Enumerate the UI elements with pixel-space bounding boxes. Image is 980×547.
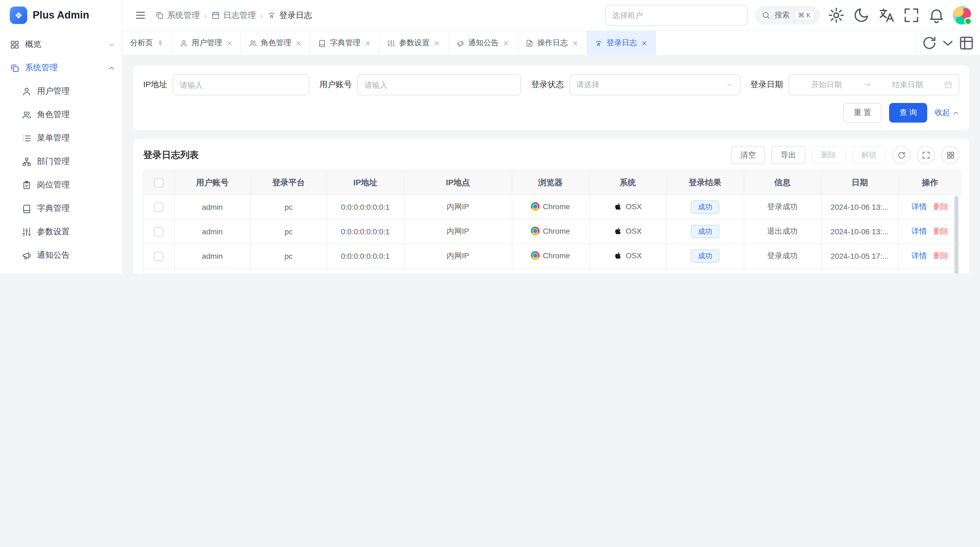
- cell-platform: pc: [250, 195, 327, 219]
- tab-user[interactable]: 用户管理: [172, 31, 241, 55]
- sidebar-item-post[interactable]: 岗位管理: [0, 173, 122, 197]
- refresh-table-button[interactable]: [892, 146, 910, 164]
- tab-analysis[interactable]: 分析页: [123, 31, 172, 55]
- row-detail-link[interactable]: 详情: [912, 202, 927, 211]
- unlock-button[interactable]: 解锁: [852, 146, 886, 164]
- tab-label: 登录日志: [606, 38, 637, 48]
- cell-browser: Chrome: [512, 268, 589, 273]
- table-fullscreen-button[interactable]: [917, 146, 935, 164]
- breadcrumb-item[interactable]: 登录日志: [267, 10, 312, 21]
- dark-mode-button[interactable]: [853, 6, 870, 24]
- table-header-row: 用户账号登录平台IP地址IP地点浏览器系统登录结果信息日期操作: [144, 171, 961, 195]
- close-tab-icon[interactable]: [433, 40, 441, 46]
- status-filter-select[interactable]: 请选择: [569, 74, 740, 95]
- system-icon: [10, 63, 20, 73]
- row-delete-link[interactable]: 删除: [934, 226, 949, 235]
- tab-menu-button[interactable]: [940, 35, 956, 51]
- loginlog-icon: [595, 39, 603, 47]
- row-detail-link[interactable]: 详情: [912, 226, 927, 235]
- tab-oplog[interactable]: 操作日志: [518, 31, 587, 55]
- row-delete-link[interactable]: 删除: [934, 202, 949, 211]
- notifications-button[interactable]: [928, 6, 945, 24]
- sidebar-item-param[interactable]: 参数设置: [0, 220, 122, 244]
- cell-select: [144, 268, 174, 273]
- sidebar-item-notice[interactable]: 通知公告: [0, 244, 122, 267]
- close-tab-icon[interactable]: [364, 40, 371, 46]
- breadcrumb-separator: ›: [260, 11, 263, 20]
- refresh-tab-button[interactable]: [921, 35, 937, 51]
- hamburger-menu-button[interactable]: [131, 6, 150, 24]
- tab-dict[interactable]: 字典管理: [310, 31, 379, 55]
- layout-toggle-button[interactable]: [958, 35, 975, 51]
- close-tab-icon[interactable]: [641, 40, 648, 46]
- tab-notice[interactable]: 通知公告: [449, 31, 518, 55]
- row-detail-link[interactable]: 详情: [912, 251, 927, 260]
- cell-message: 登录成功: [744, 195, 821, 219]
- ip-filter-label: IP地址: [143, 80, 167, 90]
- close-tab-icon[interactable]: [572, 40, 579, 46]
- sidebar-item-user[interactable]: 用户管理: [0, 80, 122, 103]
- fullscreen-button[interactable]: [903, 6, 920, 24]
- row-delete-link[interactable]: 删除: [934, 251, 949, 260]
- collapse-label: 收起: [935, 108, 950, 118]
- close-tab-icon[interactable]: [226, 40, 233, 46]
- breadcrumb-label: 系统管理: [167, 10, 200, 21]
- sidebar-item-label: 参数设置: [37, 226, 115, 237]
- column-settings-button[interactable]: [941, 146, 959, 164]
- row-checkbox[interactable]: [154, 227, 164, 236]
- cell-result: 成功: [667, 195, 744, 219]
- breadcrumb-item[interactable]: 系统管理: [155, 10, 200, 21]
- ip-filter-input[interactable]: [173, 74, 309, 95]
- account-filter-input[interactable]: [358, 74, 521, 95]
- app-logo[interactable]: ❖ Plus Admin: [0, 0, 122, 30]
- query-button[interactable]: 查 询: [889, 103, 927, 123]
- settings-button[interactable]: [827, 6, 845, 24]
- tab-role[interactable]: 角色管理: [241, 31, 310, 55]
- column-header: 登录平台: [250, 171, 327, 195]
- search-icon: [761, 11, 770, 20]
- close-tab-icon[interactable]: [503, 40, 510, 46]
- dict-icon: [22, 204, 32, 213]
- sidebar-item-menus[interactable]: 菜单管理: [0, 126, 122, 150]
- sidebar-item-dict[interactable]: 字典管理: [0, 197, 122, 220]
- breadcrumb-item[interactable]: 日志管理: [211, 10, 256, 21]
- browser-name: Chrome: [543, 226, 570, 235]
- tenant-select-input[interactable]: [605, 5, 747, 26]
- close-tab-icon[interactable]: [295, 40, 302, 46]
- chevron-down-icon: [725, 81, 733, 89]
- os-name: OSX: [625, 226, 642, 235]
- translate-icon: [878, 18, 895, 26]
- sidebar-item-system[interactable]: 系统管理: [0, 56, 122, 80]
- param-icon: [22, 227, 32, 237]
- tab-tools: [915, 31, 980, 55]
- tab-param[interactable]: 参数设置: [379, 31, 449, 55]
- select-all-checkbox[interactable]: [154, 179, 164, 188]
- sidebar-item-dept[interactable]: 部门管理: [0, 150, 122, 173]
- tab-loginlog[interactable]: 登录日志: [587, 31, 656, 55]
- tab-label: 角色管理: [261, 38, 291, 48]
- global-search-button[interactable]: 搜索 ⌘ K: [755, 6, 820, 24]
- sidebar-item-logmgr[interactable]: 日志管理: [0, 267, 122, 273]
- cell-platform: pc: [250, 268, 327, 273]
- cell-date: 2024-10-06 13:...: [821, 195, 898, 219]
- export-button[interactable]: 导出: [772, 146, 805, 164]
- collapse-filters-link[interactable]: 收起: [935, 108, 959, 118]
- sidebar-item-role[interactable]: 角色管理: [0, 103, 122, 126]
- column-header: 登录结果: [667, 171, 744, 195]
- language-button[interactable]: [878, 6, 895, 24]
- cell-account: admin: [174, 244, 250, 268]
- sidebar-item-overview[interactable]: 概览: [0, 33, 122, 56]
- clear-button[interactable]: 清空: [731, 146, 765, 164]
- row-checkbox[interactable]: [154, 252, 164, 261]
- bell-icon: [928, 18, 945, 26]
- reset-button[interactable]: 重 置: [843, 103, 881, 123]
- cell-select: [144, 219, 174, 244]
- user-avatar[interactable]: [953, 6, 971, 24]
- row-checkbox[interactable]: [154, 203, 164, 212]
- overview-icon: [10, 40, 20, 49]
- table-scrollbar[interactable]: [955, 196, 958, 273]
- cell-location: 内网IP: [404, 268, 512, 273]
- delete-button[interactable]: 删除: [812, 146, 846, 164]
- date-range-picker[interactable]: 开始日期 结束日期: [788, 74, 959, 95]
- login-log-table: 用户账号登录平台IP地址IP地点浏览器系统登录结果信息日期操作 adminpc0…: [143, 170, 959, 273]
